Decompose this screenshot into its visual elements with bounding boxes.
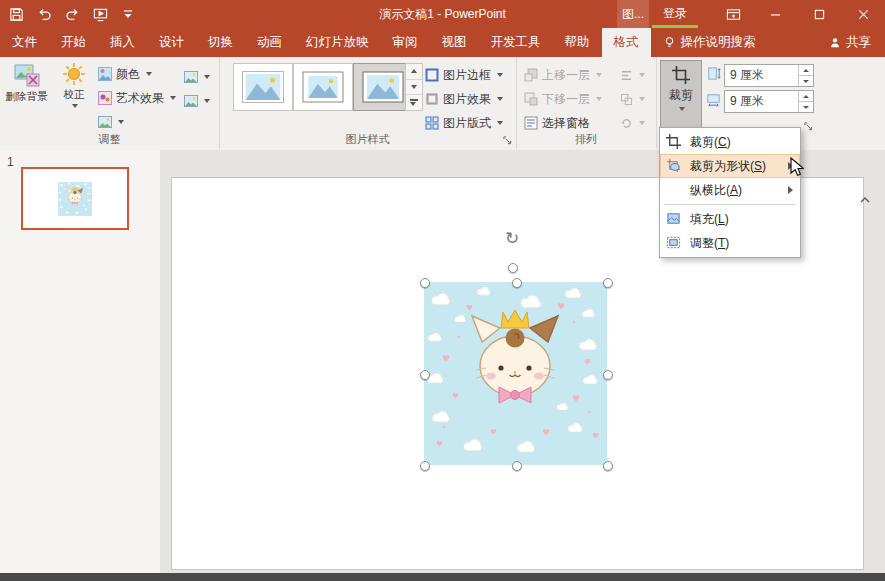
picture-style-3-selected[interactable] [353,63,413,111]
slide-number: 1 [7,155,14,169]
crop-label: 裁剪 [669,87,693,104]
crop-icon [672,66,690,84]
crop-dropdown-menu: 裁剪(C) 裁剪为形状(S) 纵横比(A) 填充( [659,127,801,258]
tab-format[interactable]: 格式 [602,28,651,57]
resize-handle-top-left[interactable] [420,278,430,288]
send-backward-caret [596,97,602,101]
gallery-scroll-down[interactable] [406,80,422,96]
picture-layout-button[interactable]: 图片版式 [425,112,503,134]
tab-home[interactable]: 开始 [49,28,98,57]
resize-handle-top-middle[interactable] [512,278,522,288]
maximize-button[interactable] [797,0,841,28]
start-slideshow-icon[interactable] [92,6,108,22]
tab-transitions[interactable]: 切换 [196,28,245,57]
slide-thumbnail-image [58,182,92,216]
resize-handle-bottom-left[interactable] [420,461,430,471]
collapse-ribbon-icon[interactable] [855,194,875,206]
shape-width-spinner [798,91,813,112]
rotation-handle[interactable] [508,263,518,273]
tab-animations[interactable]: 动画 [245,28,294,57]
menu-item-fill-label: 填充(L) [690,211,729,228]
picture-style-1[interactable] [233,63,293,111]
corrections-button[interactable]: 校正 [53,62,95,108]
undo-icon[interactable] [36,6,52,22]
picture-border-label: 图片边框 [443,67,491,84]
menu-item-crop-to-shape-label: 裁剪为形状(S) [690,158,766,175]
tab-design[interactable]: 设计 [147,28,196,57]
gallery-scroll-up[interactable] [406,64,422,80]
ribbon-display-options-icon[interactable] [714,0,752,28]
tab-developer[interactable]: 开发工具 [479,28,553,57]
tab-slideshow[interactable]: 幻灯片放映 [294,28,381,57]
shape-width-value[interactable]: 9 厘米 [725,91,798,112]
resize-handle-bottom-middle[interactable] [512,461,522,471]
shape-height-value[interactable]: 9 厘米 [725,65,798,86]
align-button[interactable] [620,64,645,86]
shape-height-input[interactable]: 9 厘米 [724,64,814,87]
height-spin-up[interactable] [799,65,813,76]
compress-picture-button[interactable] [98,111,124,133]
resize-handle-middle-left[interactable] [420,370,430,380]
remove-background-icon [14,62,40,88]
redo-icon[interactable] [64,6,80,22]
picture-layout-caret [497,121,503,125]
picture-effects-button[interactable]: 图片效果 [425,88,503,110]
width-spin-up[interactable] [799,91,813,102]
close-button[interactable] [841,0,885,28]
menu-item-crop-to-shape[interactable]: 裁剪为形状(S) [660,154,800,178]
crop-button[interactable]: 裁剪 [660,60,702,133]
tab-insert[interactable]: 插入 [98,28,147,57]
picture-border-icon [425,68,439,82]
send-backward-button[interactable]: 下移一层 [524,88,602,110]
gallery-more-button[interactable] [406,95,422,110]
menu-item-fit-label: 调整(T) [690,235,729,252]
bring-forward-button[interactable]: 上移一层 [524,64,602,86]
menu-item-fit[interactable]: 调整(T) [660,231,800,255]
shape-width-input[interactable]: 9 厘米 [724,90,814,113]
rotate-objects-caret [639,121,645,125]
artistic-effects-label: 艺术效果 [116,90,164,107]
height-spin-down[interactable] [799,76,813,86]
selection-pane-button[interactable]: 选择窗格 [524,112,590,134]
group-label-arrange: 排列 [516,132,656,147]
menu-item-fill[interactable]: 填充(L) [660,207,800,231]
sign-in-button[interactable]: 登录 [652,0,698,28]
resize-handle-middle-right[interactable] [603,370,613,380]
tell-me-search[interactable]: 操作说明搜索 [651,28,768,57]
group-arrange: 上移一层 下移一层 选择窗格 [516,57,657,149]
group-objects-button[interactable] [620,88,645,110]
menu-item-aspect-ratio[interactable]: 纵横比(A) [660,178,800,202]
slide-1-thumbnail[interactable] [21,167,129,230]
tab-help[interactable]: 帮助 [553,28,602,57]
rotate-objects-button[interactable] [620,112,645,134]
color-button[interactable]: 颜色 [98,63,152,85]
picture-style-2[interactable] [293,63,353,111]
tab-file[interactable]: 文件 [0,28,49,57]
corrections-dropdown-caret [72,104,78,108]
picture-effects-caret [497,97,503,101]
change-picture-button[interactable] [184,66,210,88]
artistic-effects-button[interactable]: 艺术效果 [98,87,176,109]
minimize-button[interactable] [753,0,797,28]
picture-border-button[interactable]: 图片边框 [425,64,503,86]
remove-background-button[interactable]: 删除背景 [3,62,50,104]
selected-picture[interactable] [424,282,607,465]
resize-handle-bottom-right[interactable] [603,461,613,471]
share-button[interactable]: 共享 [815,28,885,57]
reset-picture-button[interactable] [184,90,210,112]
picture-styles-dialog-launcher-icon[interactable] [501,134,513,146]
rotate-objects-icon [620,117,633,130]
send-backward-label: 下移一层 [542,91,590,108]
resize-handle-top-right[interactable] [603,278,613,288]
tab-view[interactable]: 视图 [430,28,479,57]
color-dropdown-caret [146,72,152,76]
menu-item-crop-label: 裁剪(C) [690,134,731,151]
save-icon[interactable] [8,6,24,22]
tab-review[interactable]: 审阅 [381,28,430,57]
width-spin-down[interactable] [799,102,813,112]
menu-item-crop[interactable]: 裁剪(C) [660,130,800,154]
qat-customize-icon[interactable] [120,6,136,22]
size-dialog-launcher-icon[interactable] [802,120,814,132]
share-label: 共享 [846,28,871,57]
rotate-handle-icon[interactable]: ↻ [505,228,519,249]
